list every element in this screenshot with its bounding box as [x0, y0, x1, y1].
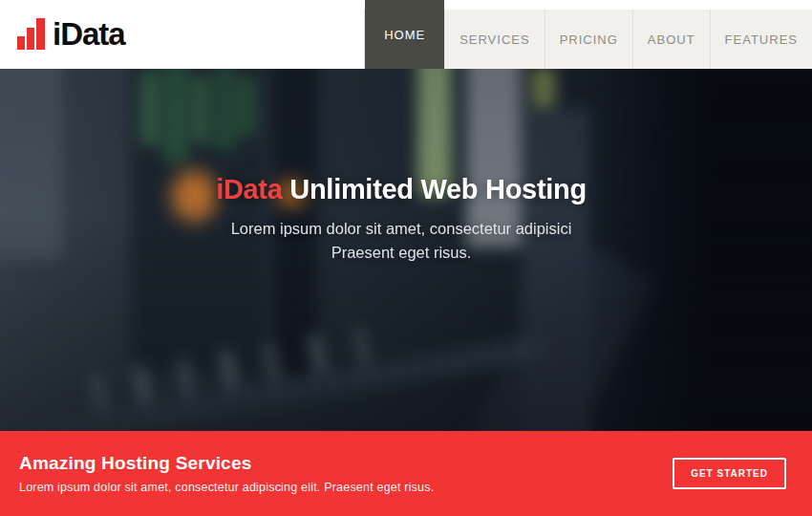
nav-item-pricing[interactable]: PRICING — [545, 10, 632, 69]
header: iData HOME SERVICES PRICING ABOUT FEATUR… — [0, 0, 812, 69]
nav-item-home[interactable]: HOME — [365, 0, 444, 69]
page: iData HOME SERVICES PRICING ABOUT FEATUR… — [0, 0, 812, 516]
hero-title: iData Unlimited Web Hosting — [0, 174, 802, 205]
cta-description: Lorem ipsum dolor sit amet, consectetur … — [19, 481, 434, 494]
hero-section: iData Unlimited Web Hosting Lorem ipsum … — [0, 69, 812, 431]
nav-item-about[interactable]: ABOUT — [632, 10, 710, 69]
hero-title-rest: Unlimited Web Hosting — [289, 174, 587, 204]
cta-bar: Amazing Hosting Services Lorem ipsum dol… — [0, 431, 812, 516]
logo[interactable]: iData — [0, 0, 125, 69]
logo-text: iData — [53, 16, 125, 53]
cta-heading: Amazing Hosting Services — [19, 453, 434, 474]
hero-subtitle-line2: Praesent eget risus. — [0, 241, 802, 265]
nav-item-features[interactable]: FEATURES — [710, 10, 812, 69]
nav-item-services[interactable]: SERVICES — [444, 10, 545, 69]
hero-subtitle-line1: Lorem ipsum dolor sit amet, consectetur … — [0, 217, 802, 241]
get-started-button[interactable]: GET STARTED — [673, 458, 786, 489]
hero-title-accent: iData — [216, 174, 282, 204]
cta-text-block: Amazing Hosting Services Lorem ipsum dol… — [19, 453, 434, 494]
main-nav: HOME SERVICES PRICING ABOUT FEATURES — [364, 10, 812, 69]
hero-content: iData Unlimited Web Hosting Lorem ipsum … — [0, 174, 802, 265]
hero-subtitle: Lorem ipsum dolor sit amet, consectetur … — [0, 217, 802, 265]
bar-chart-logo-icon — [17, 18, 45, 51]
